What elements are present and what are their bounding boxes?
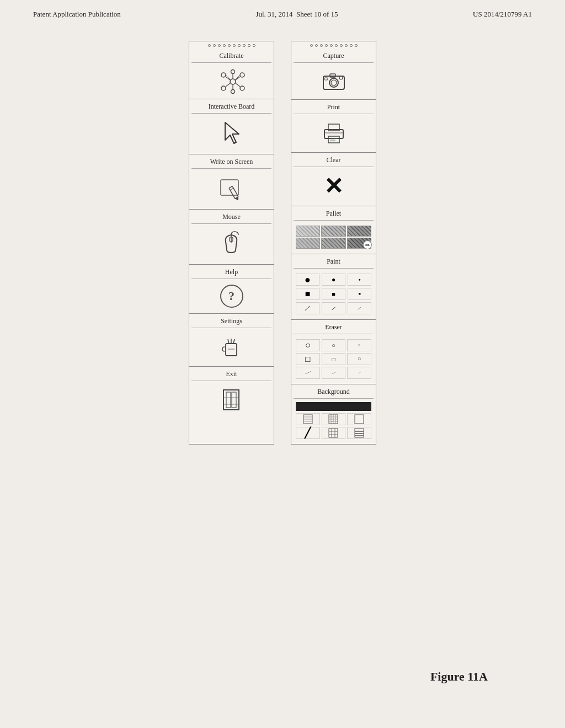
eraser-item[interactable]: Eraser ○ ○ ○ □ □ □ ∕ ∕ ∕ xyxy=(291,320,376,384)
dot xyxy=(238,44,241,47)
left-toolbar: Calibrate xyxy=(189,41,274,445)
write-on-screen-item[interactable]: Write on Screen xyxy=(189,154,274,210)
left-dots-row xyxy=(189,41,274,49)
eraser-thin-stroke: ∕ xyxy=(347,367,371,379)
printer-icon xyxy=(320,120,348,147)
dot xyxy=(223,44,226,47)
clear-item[interactable]: Clear ✕ xyxy=(291,153,376,206)
right-toolbar: Capture Print xyxy=(291,41,376,445)
dot xyxy=(218,44,221,47)
cursor-icon xyxy=(221,120,243,147)
figure-label: Figure 11A xyxy=(430,670,488,684)
svg-rect-28 xyxy=(232,392,236,408)
dot xyxy=(253,44,255,47)
pallet-label: Pallet xyxy=(294,210,374,221)
clear-x-icon: ✕ xyxy=(324,170,343,202)
svg-point-1 xyxy=(221,73,226,77)
header-right: US 2014/210799 A1 xyxy=(473,10,532,19)
mouse-item[interactable]: Mouse xyxy=(189,210,274,265)
main-content: Calibrate xyxy=(0,24,565,461)
svg-rect-27 xyxy=(226,392,231,408)
exit-icon xyxy=(219,387,244,415)
pallet-item[interactable]: Pallet ✏ xyxy=(291,206,376,254)
svg-rect-35 xyxy=(324,78,328,80)
svg-line-13 xyxy=(226,75,231,81)
paint-item[interactable]: Paint ● ● ● ■ ■ ■ / / / xyxy=(291,254,376,320)
mouse-label: Mouse xyxy=(191,213,271,224)
eraser-thick-stroke: ∕ xyxy=(296,367,320,379)
background-label: Background xyxy=(294,388,374,399)
help-item[interactable]: Help ? xyxy=(189,265,274,314)
print-label: Print xyxy=(294,103,374,114)
svg-rect-21 xyxy=(226,344,237,356)
paint-cell-small-circle: ● xyxy=(348,274,371,286)
svg-point-4 xyxy=(240,86,244,90)
dot xyxy=(315,44,318,47)
svg-point-6 xyxy=(231,90,234,94)
bg-blank xyxy=(347,413,371,425)
bg-black-bar xyxy=(296,402,371,411)
svg-line-12 xyxy=(236,83,240,87)
interactive-board-label: Interactive Board xyxy=(191,103,271,114)
svg-line-22 xyxy=(228,339,229,344)
eraser-label: Eraser xyxy=(294,323,374,334)
settings-icon xyxy=(219,334,244,361)
eraser-medium-circle: ○ xyxy=(322,339,346,351)
dot xyxy=(350,44,353,47)
clear-label: Clear xyxy=(294,156,374,167)
paint-cell-medium-line: / xyxy=(322,302,345,314)
header-left: Patent Application Publication xyxy=(33,10,121,19)
bg-slash: ╱ xyxy=(296,427,320,439)
bg-grid: ╱ xyxy=(296,413,371,439)
exit-label: Exit xyxy=(191,370,271,381)
write-on-screen-label: Write on Screen xyxy=(191,158,271,169)
svg-rect-55 xyxy=(329,429,338,437)
capture-item[interactable]: Capture xyxy=(291,49,376,100)
dot xyxy=(325,44,328,47)
dot xyxy=(233,44,236,47)
eraser-large-square: □ xyxy=(296,353,320,365)
svg-point-5 xyxy=(231,70,234,74)
eraser-small-square: □ xyxy=(347,353,371,365)
print-item[interactable]: Print xyxy=(291,100,376,153)
dot xyxy=(310,44,313,47)
eraser-large-circle: ○ xyxy=(296,339,320,351)
dot xyxy=(213,44,216,47)
interactive-board-item[interactable]: Interactive Board xyxy=(189,99,274,154)
paint-cell-medium-circle: ● xyxy=(322,274,345,286)
exit-item[interactable]: Exit xyxy=(189,367,274,421)
svg-point-2 xyxy=(240,73,244,77)
dot xyxy=(248,44,250,47)
svg-line-11 xyxy=(226,83,230,87)
svg-point-0 xyxy=(230,79,236,84)
eraser-medium-stroke: ∕ xyxy=(322,367,346,379)
svg-rect-16 xyxy=(229,186,238,199)
dot xyxy=(208,44,211,47)
dot xyxy=(243,44,246,47)
background-icon: ╱ xyxy=(294,402,374,441)
svg-line-18 xyxy=(230,188,233,190)
bg-lined-2 xyxy=(322,413,346,425)
paint-label: Paint xyxy=(294,258,374,269)
paint-cell-medium-square: ■ xyxy=(322,288,345,300)
paint-icon: ● ● ● ■ ■ ■ / / / xyxy=(294,272,374,316)
help-label: Help xyxy=(191,268,271,279)
svg-rect-26 xyxy=(223,390,239,410)
calibrate-item[interactable]: Calibrate xyxy=(189,49,274,99)
paint-cell-small-square: ■ xyxy=(348,288,371,300)
dot xyxy=(228,44,231,47)
calibrate-icon xyxy=(218,68,246,93)
camera-icon xyxy=(320,68,348,94)
capture-label: Capture xyxy=(294,52,374,63)
mouse-icon xyxy=(219,231,244,258)
background-item[interactable]: Background ╱ xyxy=(291,384,376,444)
settings-item[interactable]: Settings xyxy=(189,314,274,367)
right-dots-row xyxy=(291,41,376,49)
bg-lines-icon xyxy=(347,427,371,439)
eraser-icon: ○ ○ ○ □ □ □ ∕ ∕ ∕ xyxy=(294,338,374,381)
calibrate-label: Calibrate xyxy=(191,52,271,63)
paint-cell-thick-line: / xyxy=(296,302,319,314)
paint-cell-large-circle: ● xyxy=(296,274,319,286)
dot xyxy=(340,44,343,47)
svg-line-14 xyxy=(234,75,240,81)
